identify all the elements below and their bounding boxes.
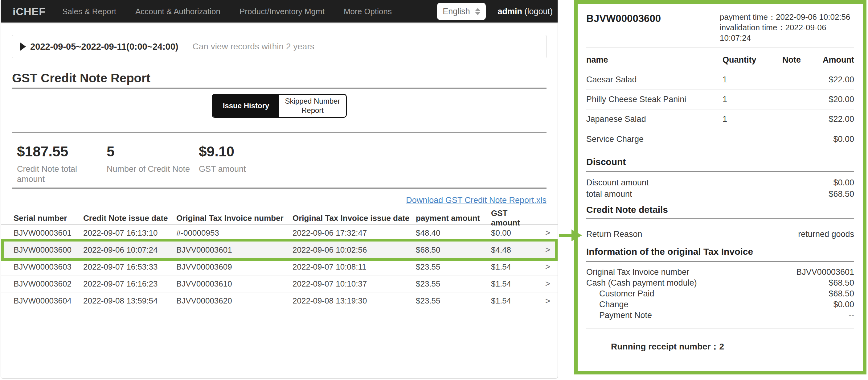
cell-original-number: BJVV00003601 xyxy=(176,245,292,255)
kv-label: total amount xyxy=(586,188,632,200)
chevron-right-icon: > xyxy=(537,279,550,289)
cell-original-issue-date: 2022-09-06 10:02:56 xyxy=(292,245,416,255)
cell-serial: BJVW00003603 xyxy=(13,262,83,272)
nav-item-product-inventory[interactable]: Product/Inventory Mgmt xyxy=(240,7,324,16)
col-note: Note xyxy=(782,55,819,65)
cell-issue-date: 2022-09-07 16:16:23 xyxy=(83,279,176,289)
col-original-issue-date: Original Tax Invoice issue date xyxy=(292,213,416,223)
cell-gst: $1.54 xyxy=(491,279,537,289)
item-quantity: 1 xyxy=(722,114,782,124)
cell-gst: $4.48 xyxy=(491,245,537,255)
language-selected-value: English xyxy=(443,7,470,16)
cell-issue-date: 2022-09-07 16:53:33 xyxy=(83,262,176,272)
detail-times: payment time：2022-09-06 10:02:56 invalid… xyxy=(720,12,854,43)
cell-original-number: BJVV00003609 xyxy=(176,262,292,272)
table-header-row: Serial number Credit Note issue date Ori… xyxy=(1,208,558,225)
table-row[interactable]: BJVW00003604 2022-09-08 13:59:54 BJVV000… xyxy=(1,292,558,310)
cell-issue-date: 2022-09-08 13:59:54 xyxy=(83,296,176,306)
col-issue-date: Credit Note issue date xyxy=(83,213,176,223)
cell-payment: $68.50 xyxy=(416,245,491,255)
divider xyxy=(12,187,547,189)
top-navbar: iCHEF Sales & Report Account & Authoriza… xyxy=(1,0,558,23)
table-row[interactable]: BJVW00003603 2022-09-07 16:53:33 BJVV000… xyxy=(1,259,558,275)
discount-heading: Discount xyxy=(586,157,854,167)
download-row: Download GST Credit Note Report.xls xyxy=(12,195,547,207)
running-receipt-number: Running receipt number：2 xyxy=(586,341,854,353)
col-amount: Amount xyxy=(819,55,854,65)
stat-label: GST amount xyxy=(199,164,246,174)
cell-serial: BJVW00003604 xyxy=(13,296,83,306)
original-invoice-rows: Original Tax Invoice number BJVV00003601… xyxy=(586,267,854,321)
ichef-logo: iCHEF xyxy=(13,5,45,18)
nav-item-sales-report[interactable]: Sales & Report xyxy=(62,7,116,16)
credit-note-table: Serial number Credit Note issue date Ori… xyxy=(1,208,558,310)
items-header-row: name Quantity Note Amount xyxy=(586,48,854,70)
selection-arrow-icon xyxy=(558,230,583,241)
kv-label: Return Reason xyxy=(586,229,642,240)
item-amount: $20.00 xyxy=(819,95,854,104)
tabs-row: Issue History Skipped Number Report xyxy=(1,94,558,118)
chevron-right-icon: > xyxy=(537,228,550,238)
item-row: Philly Cheese Steak Panini 1 $20.00 xyxy=(586,90,854,110)
col-original-number: Original Tax Invoice number xyxy=(176,213,292,223)
cell-original-issue-date: 2022-09-07 10:08:11 xyxy=(292,262,416,272)
cell-serial: BJVW00003602 xyxy=(13,279,83,289)
divider xyxy=(586,261,854,262)
language-select[interactable]: English xyxy=(437,3,486,20)
kv-label: Discount amount xyxy=(586,177,649,188)
cell-serial: BJVW00003601 xyxy=(13,228,83,238)
username: admin xyxy=(497,7,522,16)
download-xls-link[interactable]: Download GST Credit Note Report.xls xyxy=(406,196,547,205)
cell-original-number: #-00000953 xyxy=(176,228,292,238)
cell-serial: BJVW00003600 xyxy=(13,245,83,255)
date-range-note: Can view records within 2 years xyxy=(192,41,314,52)
item-quantity: 1 xyxy=(722,75,782,85)
invalidation-time: invalidation time：2022-09-06 10:07:24 xyxy=(720,22,854,43)
kv-value: $68.50 xyxy=(829,188,854,200)
credit-note-details-heading: Credit Note details xyxy=(586,205,854,215)
tab-skipped-number-report[interactable]: Skipped Number Report xyxy=(279,95,346,117)
discount-rows: Discount amount $0.00 total amount $68.5… xyxy=(586,177,854,200)
stat-value: $9.10 xyxy=(199,143,246,160)
cell-original-issue-date: 2022-09-07 10:10:37 xyxy=(292,279,416,289)
date-range-bar[interactable]: 2022-09-05~2022-09-11(0:00~24:00) Can vi… xyxy=(12,35,547,58)
table-row-selected[interactable]: BJVW00003600 2022-09-06 10:07:24 BJVV000… xyxy=(1,241,558,259)
date-range-text: 2022-09-05~2022-09-11(0:00~24:00) xyxy=(30,41,178,52)
item-row: Japanese Salad 1 $22.00 xyxy=(586,110,854,129)
summary-stats: $187.55 Credit Note total amount 5 Numbe… xyxy=(1,133,558,187)
user-menu[interactable]: admin (logout) xyxy=(497,7,553,16)
original-invoice-heading: Information of the original Tax Invoice xyxy=(586,247,854,257)
expand-triangle-icon[interactable] xyxy=(20,42,26,51)
kv-value: $0.00 xyxy=(833,299,854,310)
divider xyxy=(586,171,854,172)
nav-item-more-options[interactable]: More Options xyxy=(344,7,392,16)
item-name: Caesar Salad xyxy=(586,75,722,85)
kv-value: -- xyxy=(848,310,854,321)
kv-label: Cash (Cash payment module) xyxy=(586,277,697,288)
item-row: Service Charge $0.00 xyxy=(586,129,854,149)
table-row[interactable]: BJVW00003602 2022-09-07 16:16:23 BJVV000… xyxy=(1,275,558,292)
kv-value: BJVV00003601 xyxy=(796,267,854,277)
items-table: name Quantity Note Amount Caesar Salad 1… xyxy=(586,48,854,149)
cell-gst: $1.54 xyxy=(491,296,537,306)
kv-row: Customer Paid $68.50 xyxy=(586,288,854,299)
stat-label: Number of Credit Note xyxy=(107,164,199,174)
divider xyxy=(586,218,854,219)
kv-label: Payment Note xyxy=(586,310,652,321)
kv-value: $68.50 xyxy=(829,277,854,288)
stat-value: 5 xyxy=(107,143,199,160)
table-row[interactable]: BJVW00003601 2022-09-07 16:13:10 #-00000… xyxy=(1,225,558,241)
stat-value: $187.55 xyxy=(17,143,107,160)
kv-row: Change $0.00 xyxy=(586,299,854,310)
kv-value: $68.50 xyxy=(829,288,854,299)
stat-gst-amount: $9.10 GST amount xyxy=(199,143,246,184)
cell-payment: $48.40 xyxy=(416,228,491,238)
nav-item-account-authorization[interactable]: Account & Authorization xyxy=(135,7,220,16)
logout-link[interactable]: (logout) xyxy=(524,7,553,16)
item-amount: $22.00 xyxy=(819,114,854,124)
chevron-right-icon: > xyxy=(537,296,550,306)
select-stepper-icon xyxy=(475,8,480,15)
tab-issue-history[interactable]: Issue History xyxy=(213,95,279,117)
kv-row: Payment Note -- xyxy=(586,310,854,321)
col-name: name xyxy=(586,55,722,65)
